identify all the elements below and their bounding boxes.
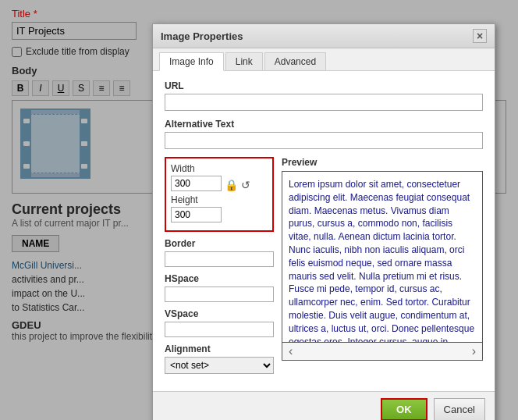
border-label: Border [165,238,274,249]
border-input[interactable] [165,251,274,267]
hspace-input[interactable] [165,287,274,302]
url-input[interactable] [165,94,483,111]
tab-link[interactable]: Link [225,52,263,70]
preview-footer: ‹ › [282,343,483,361]
alignment-select[interactable]: <not set> Left Right Center [165,357,274,374]
left-column: Width 🔒 ↺ Height Border HSpace VSpace Al… [165,157,274,374]
width-row: 🔒 ↺ [171,176,268,194]
dialog-body: URL Alternative Text Width 🔒 ↺ Height Bo… [153,71,495,391]
dialog-title: Image Properties [161,30,243,42]
alt-text-input[interactable] [165,132,483,149]
image-properties-dialog: Image Properties × Image Info Link Advan… [152,23,495,420]
dialog-header: Image Properties × [153,24,495,48]
dialog-footer: OK Cancel [153,391,495,420]
alignment-row: <not set> Left Right Center [165,357,274,374]
refresh-icon[interactable]: ↺ [241,179,250,191]
width-input[interactable] [171,176,222,191]
vspace-input[interactable] [165,322,274,337]
height-input[interactable] [171,207,222,222]
ok-button[interactable]: OK [381,398,428,420]
height-label: Height [171,194,268,205]
prev-arrow[interactable]: ‹ [289,344,293,358]
tab-advanced[interactable]: Advanced [264,52,326,70]
dimensions-box: Width 🔒 ↺ Height [165,157,274,232]
preview-label: Preview [282,157,483,168]
alt-text-label: Alternative Text [165,119,483,130]
preview-box[interactable]: Lorem ipsum dolor sit amet, consectetuer… [282,171,483,343]
hspace-label: HSpace [165,273,274,284]
tab-image-info[interactable]: Image Info [159,52,224,71]
dialog-close-button[interactable]: × [473,29,487,43]
cancel-button[interactable]: Cancel [434,398,485,420]
width-label: Width [171,163,268,174]
alignment-label: Alignment [165,343,274,354]
content-row: Width 🔒 ↺ Height Border HSpace VSpace Al… [165,157,483,374]
dialog-tabs: Image Info Link Advanced [153,48,495,71]
lock-icon: 🔒 [225,179,238,191]
url-label: URL [165,80,483,91]
vspace-label: VSpace [165,308,274,319]
right-column: Preview Lorem ipsum dolor sit amet, cons… [282,157,483,374]
next-arrow[interactable]: › [472,344,476,358]
